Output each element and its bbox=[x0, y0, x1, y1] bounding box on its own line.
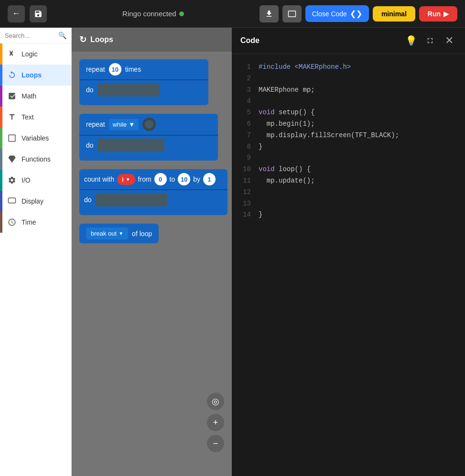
count-with-block[interactable]: count with i ▼ from 0 to 10 by 1 bbox=[79, 169, 224, 215]
topbar-right: Close Code ❮❯ minimal Run ▶ bbox=[260, 5, 457, 22]
sidebar-item-variables[interactable]: Variables bbox=[0, 128, 71, 149]
minimal-label: minimal bbox=[381, 10, 407, 18]
sidebar-item-label-time: Time bbox=[22, 218, 36, 226]
blocks-content: repeat 10 times do repeat while ▼ bbox=[72, 52, 232, 251]
line-num-4: 4 bbox=[241, 96, 251, 107]
minimal-button[interactable]: minimal bbox=[373, 6, 415, 22]
line-num-7: 7 bbox=[241, 130, 251, 141]
break-dropdown[interactable]: break out ▼ bbox=[86, 227, 128, 239]
sidebar-item-label-variables: Variables bbox=[22, 134, 49, 142]
canvas-controls: ◎ + − bbox=[207, 393, 224, 452]
sidebar-item-logic[interactable]: Logic bbox=[0, 43, 71, 65]
while-connector bbox=[142, 118, 156, 131]
sidebar-item-text[interactable]: Text bbox=[0, 107, 71, 128]
close-code-label: Close Code bbox=[312, 10, 347, 18]
block-foot-1 bbox=[79, 99, 208, 105]
blocks-area: ↻ Loops repeat 10 times do repe bbox=[72, 28, 232, 476]
do-slot-3 bbox=[96, 193, 167, 206]
save-button[interactable] bbox=[30, 5, 47, 22]
line-code-3: MAKERphone mp; bbox=[259, 85, 315, 96]
variables-icon bbox=[7, 133, 17, 143]
line-code-10: void loop() { bbox=[259, 164, 311, 175]
while-label: while bbox=[113, 121, 127, 128]
line-code-7: mp.display.fillScreen(TFT_BLACK); bbox=[259, 130, 399, 141]
repeat-while-label: repeat bbox=[86, 120, 105, 128]
by-val: 1 bbox=[203, 173, 216, 185]
line-num-12: 12 bbox=[241, 187, 251, 198]
line-num-14: 14 bbox=[241, 209, 251, 221]
sidebar-item-functions[interactable]: Functions bbox=[0, 149, 71, 170]
code-line-8: 8 } bbox=[241, 141, 455, 153]
while-connector-inner bbox=[145, 120, 153, 129]
line-num-8: 8 bbox=[241, 141, 251, 153]
line-num-3: 3 bbox=[241, 85, 251, 96]
connected-badge: Ringo connected bbox=[122, 10, 184, 18]
sidebar-item-loops[interactable]: Loops bbox=[0, 65, 71, 86]
code-line-2: 2 bbox=[241, 73, 455, 85]
repeat-while-block[interactable]: repeat while ▼ do bbox=[79, 114, 224, 161]
download-button[interactable] bbox=[260, 5, 279, 22]
close-code-arrows: ❮❯ bbox=[350, 9, 362, 18]
line-code-1: #include <MAKERphone.h> bbox=[259, 62, 351, 73]
run-button[interactable]: Run ▶ bbox=[419, 6, 457, 22]
search-input[interactable] bbox=[5, 32, 55, 39]
while-dropdown[interactable]: while ▼ bbox=[109, 119, 139, 130]
to-val: 10 bbox=[178, 173, 190, 185]
connected-dot bbox=[179, 11, 184, 16]
repeat-times-block[interactable]: repeat 10 times do bbox=[79, 59, 224, 105]
sidebar-item-math[interactable]: Math bbox=[0, 86, 71, 107]
run-label: Run bbox=[428, 10, 441, 18]
sidebar-item-time[interactable]: Time bbox=[0, 212, 71, 233]
line-num-13: 13 bbox=[241, 198, 251, 210]
break-out-block[interactable]: break out ▼ of loop bbox=[79, 224, 159, 243]
line-code-6: mp.begin(1); bbox=[259, 119, 315, 130]
run-icon: ▶ bbox=[443, 10, 449, 18]
line-num-9: 9 bbox=[241, 152, 251, 164]
do-label-3: do bbox=[84, 196, 92, 204]
sidebar-item-label-display: Display bbox=[22, 197, 43, 205]
math-icon bbox=[7, 91, 17, 101]
sidebar-item-label-text: Text bbox=[22, 113, 34, 121]
block-foot-3 bbox=[79, 209, 227, 215]
search-bar[interactable]: 🔍 bbox=[0, 28, 71, 43]
sidebar-item-io[interactable]: I/O bbox=[0, 170, 71, 191]
topbar-center: Ringo connected bbox=[122, 10, 184, 18]
expand-button[interactable] bbox=[423, 33, 437, 48]
blocks-header: ↻ Loops bbox=[72, 28, 232, 52]
hint-button[interactable]: 💡 bbox=[404, 33, 418, 48]
logic-icon bbox=[7, 49, 17, 59]
target-button[interactable]: ◎ bbox=[207, 393, 224, 410]
code-content: 1 #include <MAKERphone.h> 2 3 MAKERphone… bbox=[232, 54, 465, 476]
line-num-1: 1 bbox=[241, 62, 251, 73]
line-num-5: 5 bbox=[241, 107, 251, 119]
functions-icon bbox=[7, 154, 17, 164]
count-var-badge[interactable]: i ▼ bbox=[117, 174, 135, 185]
text-icon bbox=[7, 112, 17, 122]
code-panel: Code 💡 ✕ 1 #include <MAKERphone.h> 2 3 M… bbox=[232, 28, 465, 476]
blocks-header-title: Loops bbox=[90, 35, 113, 44]
code-line-9: 9 bbox=[241, 152, 455, 164]
repeat-label: repeat bbox=[86, 65, 105, 73]
code-line-6: 6 mp.begin(1); bbox=[241, 119, 455, 130]
zoom-in-button[interactable]: + bbox=[207, 414, 224, 431]
while-arrow: ▼ bbox=[129, 121, 135, 128]
block-foot-2 bbox=[79, 155, 218, 161]
line-num-6: 6 bbox=[241, 119, 251, 130]
line-num-10: 10 bbox=[241, 164, 251, 175]
main-layout: 🔍 Logic Loops Math Text bbox=[0, 28, 465, 476]
loops-icon bbox=[7, 70, 17, 80]
close-panel-button[interactable]: ✕ bbox=[442, 33, 456, 48]
search-icon: 🔍 bbox=[58, 32, 66, 39]
back-button[interactable]: ← bbox=[8, 5, 25, 22]
code-line-12: 12 bbox=[241, 187, 455, 198]
code-line-4: 4 bbox=[241, 96, 455, 107]
close-code-button[interactable]: Close Code ❮❯ bbox=[305, 5, 369, 22]
sidebar-item-label-loops: Loops bbox=[22, 71, 42, 79]
do-slot-1 bbox=[97, 83, 160, 97]
screen-button[interactable] bbox=[282, 5, 302, 22]
count-var-arrow: ▼ bbox=[126, 177, 130, 182]
zoom-out-button[interactable]: − bbox=[207, 435, 224, 452]
by-label: by bbox=[193, 175, 200, 183]
sidebar-item-display[interactable]: Display bbox=[0, 191, 71, 212]
count-var-label: i bbox=[122, 176, 124, 183]
